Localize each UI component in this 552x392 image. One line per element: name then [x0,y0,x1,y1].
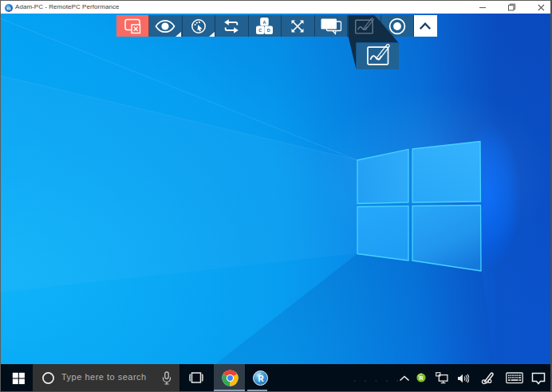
svg-text:R: R [419,374,424,382]
svg-text:D: D [267,28,270,33]
svg-text:R: R [258,374,264,383]
svg-text:C: C [259,28,262,33]
svg-text:A: A [263,20,266,25]
